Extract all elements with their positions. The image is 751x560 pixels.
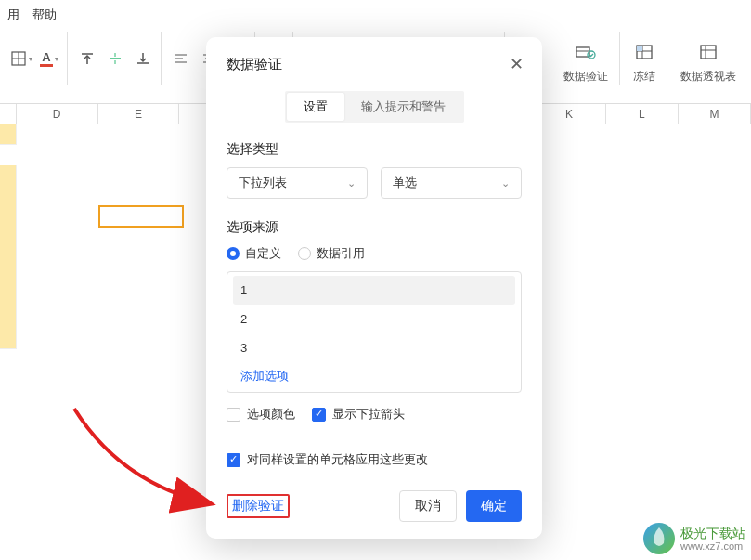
align-middle-button[interactable] bbox=[101, 46, 129, 72]
option-item[interactable]: 2 bbox=[233, 305, 515, 333]
svg-rect-27 bbox=[637, 46, 642, 51]
freeze-button[interactable]: 冻结 bbox=[626, 33, 663, 85]
border-button[interactable]: ▾ bbox=[7, 46, 35, 72]
close-icon[interactable]: ✕ bbox=[510, 54, 524, 74]
watermark-name: 极光下载站 bbox=[680, 526, 745, 540]
svg-rect-28 bbox=[701, 46, 716, 59]
delete-validation-link[interactable]: 删除验证 bbox=[227, 494, 290, 518]
menu-bar: 用 帮助 bbox=[0, 0, 751, 30]
watermark-url: www.xz7.com bbox=[680, 540, 745, 553]
checkbox-icon bbox=[312, 408, 326, 422]
tab-input-warning[interactable]: 输入提示和警告 bbox=[344, 93, 462, 121]
radio-custom[interactable]: 自定义 bbox=[227, 245, 281, 262]
ok-button[interactable]: 确定 bbox=[466, 490, 522, 522]
font-color-button[interactable]: A ▾ bbox=[35, 46, 63, 72]
checkbox-option-color[interactable]: 选项颜色 bbox=[227, 406, 295, 423]
tab-group: 设置 输入提示和警告 bbox=[285, 91, 464, 123]
col-header[interactable]: D bbox=[17, 104, 98, 124]
chevron-down-icon: ⌄ bbox=[501, 177, 510, 189]
cancel-button[interactable]: 取消 bbox=[399, 490, 457, 522]
chevron-down-icon: ⌄ bbox=[347, 177, 356, 189]
col-header[interactable]: K bbox=[533, 104, 605, 124]
data-validation-dialog: 数据验证 ✕ 设置 输入提示和警告 选择类型 下拉列表 ⌄ 单选 ⌄ 选项来源 … bbox=[206, 37, 542, 539]
data-validation-button[interactable]: 数据验证 bbox=[556, 33, 615, 85]
type-select[interactable]: 下拉列表 ⌄ bbox=[227, 167, 368, 199]
type-label: 选择类型 bbox=[227, 141, 522, 158]
logo-icon bbox=[643, 523, 675, 554]
align-bottom-button[interactable] bbox=[129, 46, 157, 72]
pivot-table-button[interactable]: 数据透视表 bbox=[673, 33, 744, 85]
align-left-button[interactable] bbox=[167, 46, 195, 72]
checkbox-apply-same[interactable]: 对同样设置的单元格应用这些更改 bbox=[227, 451, 428, 468]
col-header[interactable]: E bbox=[98, 104, 180, 124]
option-item[interactable]: 1 bbox=[233, 276, 515, 305]
col-header[interactable]: M bbox=[679, 104, 751, 124]
svg-point-23 bbox=[588, 51, 595, 59]
menu-item[interactable]: 用 bbox=[7, 7, 19, 23]
source-label: 选项来源 bbox=[227, 219, 522, 236]
menu-item-help[interactable]: 帮助 bbox=[32, 7, 57, 23]
align-top-button[interactable] bbox=[73, 46, 101, 72]
mode-select[interactable]: 单选 ⌄ bbox=[381, 167, 522, 199]
col-header[interactable]: L bbox=[606, 104, 679, 124]
option-item[interactable]: 3 bbox=[233, 333, 515, 362]
checkbox-show-arrow[interactable]: 显示下拉箭头 bbox=[312, 406, 405, 423]
selected-cell[interactable] bbox=[98, 205, 184, 228]
options-list: 1 2 3 添加选项 bbox=[227, 271, 522, 393]
checkbox-icon bbox=[227, 453, 240, 467]
radio-dot-icon bbox=[298, 247, 311, 260]
watermark: 极光下载站 www.xz7.com bbox=[643, 523, 745, 554]
tab-settings[interactable]: 设置 bbox=[287, 93, 344, 121]
radio-dot-icon bbox=[227, 247, 240, 260]
dialog-title: 数据验证 bbox=[227, 56, 282, 73]
add-option-link[interactable]: 添加选项 bbox=[233, 362, 515, 388]
checkbox-icon bbox=[227, 408, 240, 422]
radio-reference[interactable]: 数据引用 bbox=[298, 245, 365, 262]
